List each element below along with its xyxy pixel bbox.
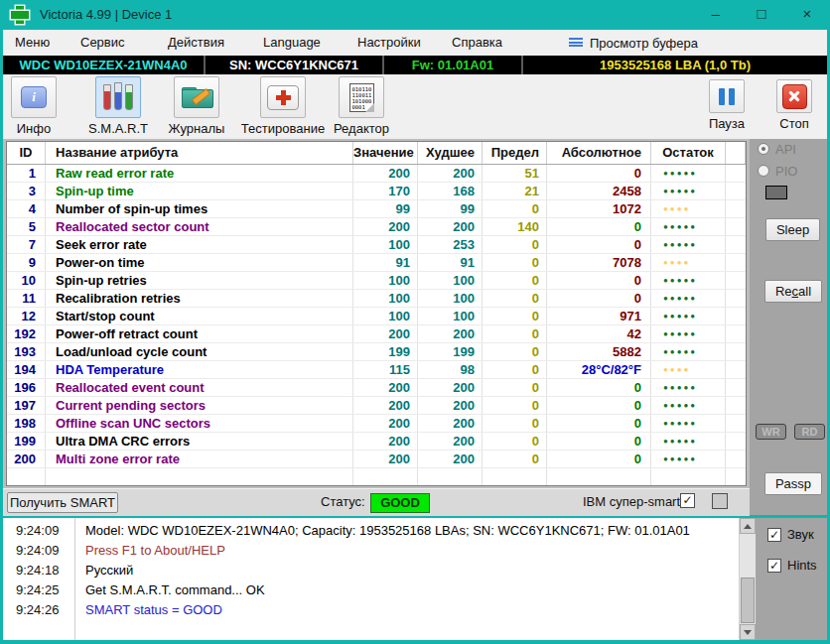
empty-cell [651,468,726,485]
attr-health-dots: ●●●●● [651,325,726,342]
menu-item-6[interactable]: Справка [448,30,506,56]
attr-name: Reallocated sector count [46,218,353,235]
attr-raw: 0 [547,451,651,467]
scroll-up-button[interactable] [740,518,756,534]
get-smart-button[interactable]: Получить SMART [7,492,118,513]
smart-row-10[interactable]: 10Spin-up retries10010000●●●●● [7,272,746,290]
api-radio[interactable] [758,143,769,155]
smart-row-12[interactable]: 12Start/stop count1001000971●●●●● [7,308,746,325]
attr-id: 200 [7,451,46,467]
header-cell-2: Значение [353,142,418,164]
attr-health-dots: ●●●● [651,200,726,217]
main-content: IDНазвание атрибутаЗначениеХудшееПределА… [3,139,827,515]
recall-button[interactable]: Recall [764,280,822,303]
empty-row [7,468,746,486]
smart-row-198[interactable]: 198Offline scan UNC sectors20020000●●●●● [7,415,746,433]
smart-row-9[interactable]: 9Power-on time919107078●●●● [7,254,746,272]
attr-filler [726,272,746,289]
attr-health-dots: ●●●●● [651,415,726,432]
attr-name: Current pending sectors [46,397,353,414]
rd-button[interactable]: RD [794,424,825,440]
smart-row-5[interactable]: 5Reallocated sector count2002001400●●●●● [7,218,746,236]
toolbar-box [174,76,219,118]
attr-health-dots: ●●●●● [651,272,726,289]
menu-item-4[interactable]: Language [259,30,325,56]
attr-id: 199 [7,433,46,450]
buffer-view-label: Просмотр буфера [590,36,698,51]
attr-worst: 200 [418,451,483,467]
empty-cell [483,468,547,485]
toolbar-label: Стоп [740,116,830,131]
header-cell-4: Предел [483,142,547,164]
attr-value: 200 [353,433,418,450]
attr-worst: 100 [418,308,483,324]
attr-worst: 98 [418,361,483,378]
attr-filler [726,218,746,235]
color-swatch[interactable] [765,186,787,199]
attr-name: Number of spin-up times [46,200,353,217]
menu-item-5[interactable]: Настройки [353,30,425,56]
smart-row-194[interactable]: 194HDA Temperature11598028°C/82°F●●●● [7,361,746,379]
menu-item-3[interactable]: Действия [164,30,228,56]
smart-table: IDНазвание атрибутаЗначениеХудшееПределА… [6,141,747,486]
scrollbar-thumb[interactable] [741,578,755,623]
attr-filler [726,415,746,432]
smart-row-197[interactable]: 197Current pending sectors20020000●●●●● [7,397,746,415]
attr-id: 197 [7,397,46,414]
attr-filler [726,379,746,396]
attr-threshold: 0 [483,379,547,396]
attr-value: 100 [353,308,418,324]
attr-raw: 0 [547,236,651,253]
attr-health-dots: ●●●●● [651,433,726,450]
smart-row-3[interactable]: 3Spin-up time170168212458●●●●● [7,183,746,200]
sound-label: Звук [787,527,814,542]
attr-health-dots: ●●●●● [651,397,726,414]
attr-id: 196 [7,379,46,396]
smart-row-4[interactable]: 4Number of spin-up times999901072●●●● [7,200,746,218]
api-radio-row[interactable]: API [758,142,796,156]
extra-checkbox[interactable] [712,493,728,509]
log-scrollbar[interactable] [739,518,756,640]
attr-name: Load/unload cycle count [46,343,353,360]
attr-id: 12 [7,308,46,324]
device-segment-2: SN: WCC6Y1KNC671 [204,56,382,74]
menu-item-1[interactable]: Меню [11,30,54,56]
smart-row-192[interactable]: 192Power-off retract count200200042●●●●● [7,325,746,343]
attr-threshold: 0 [483,272,547,289]
attr-name: Power-on time [46,254,353,271]
passp-button[interactable]: Passp [764,472,822,495]
pio-radio[interactable] [758,165,769,177]
minimize-button[interactable]: – [699,0,733,30]
smart-row-196[interactable]: 196Reallocated event count20020000●●●●● [7,379,746,397]
log-area: 9:24:09Model: WDC WD10EZEX-21WN4A0; Capa… [3,518,827,640]
smart-row-7[interactable]: 7Seek error rate10025300●●●●● [7,236,746,254]
sleep-button[interactable]: Sleep [765,218,820,241]
wr-button[interactable]: WR [756,424,786,440]
close-button[interactable]: × [790,0,824,30]
ibm-super-smart-checkbox[interactable] [680,493,695,508]
buffer-view-button[interactable]: Просмотр буфера [569,30,698,56]
sound-checkbox[interactable] [767,528,781,542]
attr-value: 200 [353,397,418,414]
pio-radio-row[interactable]: PIO [758,164,797,178]
toolbar-button-hex-editor[interactable]: 0101101100111010000001Редактор [307,76,416,136]
hints-checkbox[interactable] [767,559,781,573]
attr-filler [726,343,746,360]
smart-row-193[interactable]: 193Load/unload cycle count19919905882●●●… [7,343,746,361]
smart-row-200[interactable]: 200Multi zone error rate20020000●●●●● [7,451,746,468]
toolbar-button-stop[interactable]: Стоп [740,76,830,131]
sound-checkbox-row[interactable]: Звук [767,527,814,542]
toolbar-box [95,76,141,118]
log-message: Русский [75,563,133,578]
maximize-button[interactable]: □ [745,0,778,30]
hints-checkbox-row[interactable]: Hints [767,558,817,573]
smart-row-11[interactable]: 11Recalibration retries10010000●●●●● [7,290,746,308]
log-message: Press F1 to About/HELP [75,543,225,558]
scroll-down-button[interactable] [740,624,756,640]
status-good-badge: GOOD [370,493,430,513]
smart-row-1[interactable]: 1Raw read error rate200200510●●●●● [7,165,746,183]
hints-label: Hints [787,558,817,573]
menu-item-2[interactable]: Сервис [76,30,129,56]
attr-value: 100 [353,236,418,253]
smart-row-199[interactable]: 199Ultra DMA CRC errors20020000●●●●● [7,433,746,451]
